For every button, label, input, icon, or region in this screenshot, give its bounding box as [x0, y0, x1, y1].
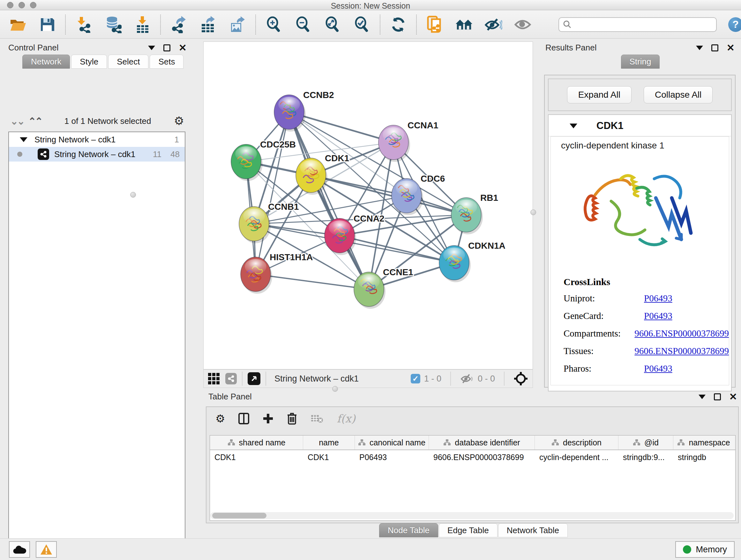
- column-header-shared-name[interactable]: shared name: [210, 435, 303, 449]
- refresh-view-button[interactable]: [389, 16, 407, 34]
- network-node-CDK1[interactable]: CDK1: [296, 153, 349, 195]
- network-view-toolbar: String Network – cdk1 ✓ 1 - 0 0 - 0: [203, 369, 533, 388]
- left-splitter-handle[interactable]: [130, 192, 136, 198]
- expand-all-button[interactable]: Expand All: [567, 86, 631, 104]
- network-node-HIST1H1A[interactable]: HIST1H1A: [241, 252, 313, 294]
- show-hidden-button[interactable]: [514, 16, 532, 34]
- scrollbar-thumb[interactable]: [212, 513, 266, 518]
- tab-sets[interactable]: Sets: [150, 55, 184, 69]
- cloud-status-button[interactable]: [9, 541, 30, 558]
- tab-network[interactable]: Network: [22, 55, 70, 69]
- help-button[interactable]: ?: [728, 17, 741, 32]
- network-edge-CCNA2-CDKN1A[interactable]: [340, 236, 454, 263]
- warning-button[interactable]: [36, 541, 57, 558]
- network-row[interactable]: String Network – cdk1 11 48: [9, 147, 185, 162]
- tab-node-table[interactable]: Node Table: [379, 523, 438, 537]
- crosslink-link[interactable]: 9606.ENSP00000378699: [634, 346, 729, 356]
- results-panel-float-icon[interactable]: [711, 44, 718, 51]
- import-network-file-button[interactable]: [75, 16, 92, 34]
- protein-description: cyclin-dependent kinase 1: [551, 140, 729, 151]
- collection-expander-icon[interactable]: [20, 137, 27, 142]
- column-header-id[interactable]: @id: [618, 435, 673, 449]
- export-table-button[interactable]: [199, 16, 217, 34]
- cdk1-section-expander-icon[interactable]: [569, 124, 577, 128]
- tab-select[interactable]: Select: [108, 55, 148, 69]
- crosslink-link[interactable]: P06493: [644, 293, 672, 304]
- expand-all-networks-icon[interactable]: ⌄⌄: [10, 116, 23, 127]
- zoom-selected-button[interactable]: [353, 16, 371, 34]
- delete-column-trash-icon[interactable]: [287, 413, 297, 425]
- network-node-CCNE1[interactable]: CCNE1: [354, 267, 413, 309]
- network-node-CCNA1[interactable]: CCNA1: [379, 120, 438, 162]
- cell-canonical-name: P06493: [355, 450, 429, 465]
- column-header-canonical-name[interactable]: canonical name: [355, 435, 429, 449]
- export-image-button[interactable]: [228, 16, 246, 34]
- birdseye-grid-icon[interactable]: [208, 373, 219, 384]
- control-panel-collapse-icon[interactable]: [148, 46, 155, 50]
- column-header-description[interactable]: description: [535, 435, 618, 449]
- hide-selected-button[interactable]: [484, 16, 502, 34]
- birdseye-target-icon[interactable]: [514, 371, 528, 386]
- save-session-button[interactable]: [38, 16, 56, 34]
- crosslink-row: GeneCard: P06493: [563, 311, 729, 321]
- column-header-database-identifier[interactable]: database identifier: [429, 435, 535, 449]
- crosslink-link[interactable]: 9606.ENSP00000378699: [634, 328, 729, 339]
- column-header-name[interactable]: name: [303, 435, 355, 449]
- memory-button[interactable]: Memory: [675, 541, 735, 558]
- crosslink-link[interactable]: P06493: [644, 311, 672, 321]
- crosslink-link[interactable]: P06493: [644, 363, 672, 374]
- table-horizontal-scrollbar[interactable]: [210, 512, 734, 519]
- control-panel-float-icon[interactable]: [163, 44, 171, 51]
- search-input[interactable]: [575, 20, 709, 29]
- table-options-gear-icon[interactable]: ⚙: [215, 412, 225, 425]
- network-node-CDKN1A[interactable]: CDKN1A: [439, 241, 506, 282]
- tab-string[interactable]: String: [621, 55, 660, 69]
- control-panel-close-icon[interactable]: ✕: [179, 44, 187, 51]
- table-panel-collapse-icon[interactable]: [698, 395, 705, 399]
- home-layout-button[interactable]: [455, 16, 473, 34]
- right-splitter-handle[interactable]: [530, 209, 536, 215]
- zoom-in-button[interactable]: [265, 16, 283, 34]
- main-toolbar: ?: [0, 10, 741, 39]
- network-options-gear-icon[interactable]: ⚙: [174, 114, 184, 128]
- create-column-plus-icon[interactable]: [263, 413, 273, 424]
- network-svg: CCNB2CCNA1CDC25BCDK1CDC6RB1CCNB1CCNA2CDK…: [204, 42, 533, 370]
- open-session-button[interactable]: [9, 16, 27, 34]
- copy-network-button[interactable]: [426, 16, 444, 34]
- node-label-CCNB1: CCNB1: [268, 202, 299, 212]
- network-canvas[interactable]: CCNB2CCNA1CDC25BCDK1CDC6RB1CCNB1CCNA2CDK…: [203, 42, 533, 369]
- collapse-all-button[interactable]: Collapse All: [644, 86, 713, 104]
- import-network-database-button[interactable]: [104, 16, 122, 34]
- crosslink-label: Uniprot:: [563, 293, 644, 304]
- table-panel-float-icon[interactable]: [714, 393, 721, 400]
- network-edge-HIST1H1A-CCNE1[interactable]: [256, 274, 369, 289]
- results-panel-close-icon[interactable]: ✕: [727, 44, 735, 51]
- cell-description: cyclin-dependent ...: [535, 450, 618, 465]
- export-network-button[interactable]: [170, 16, 188, 34]
- table-row[interactable]: CDK1 CDK1 P06493 9606.ENSP00000378699 cy…: [210, 450, 735, 465]
- column-header-namespace[interactable]: namespace: [673, 435, 734, 449]
- zoom-fit-button[interactable]: [324, 16, 341, 34]
- network-view-title: String Network – cdk1: [274, 374, 411, 384]
- network-node-RB1[interactable]: RB1: [451, 193, 498, 234]
- network-edge-CCNB2-CCNE1[interactable]: [289, 112, 369, 289]
- column-type-icon: [443, 439, 451, 446]
- table-panel-close-icon[interactable]: ✕: [729, 393, 737, 400]
- results-panel: Results Panel ✕ String Expand All Collap…: [543, 42, 737, 388]
- detach-view-icon[interactable]: [248, 372, 260, 385]
- network-edge-CCNB2-HIST1H1A[interactable]: [256, 112, 289, 274]
- tab-style[interactable]: Style: [71, 55, 107, 69]
- selected-nodes-checkbox[interactable]: ✓: [411, 374, 420, 383]
- results-panel-collapse-icon[interactable]: [696, 46, 703, 50]
- collapse-all-networks-icon[interactable]: ⌃⌃: [28, 116, 42, 127]
- zoom-out-button[interactable]: [294, 16, 312, 34]
- tab-network-table[interactable]: Network Table: [498, 523, 568, 537]
- network-share-icon[interactable]: [225, 373, 237, 384]
- tab-edge-table[interactable]: Edge Table: [439, 523, 497, 537]
- network-collection-row[interactable]: String Network – cdk1 1: [9, 132, 185, 147]
- import-table-file-button[interactable]: [133, 16, 151, 34]
- network-selected-status: 1 of 1 Network selected: [42, 116, 174, 126]
- network-node-CDC6[interactable]: CDC6: [392, 174, 445, 215]
- show-columns-icon[interactable]: [239, 413, 249, 424]
- cell-shared-name: CDK1: [210, 450, 303, 465]
